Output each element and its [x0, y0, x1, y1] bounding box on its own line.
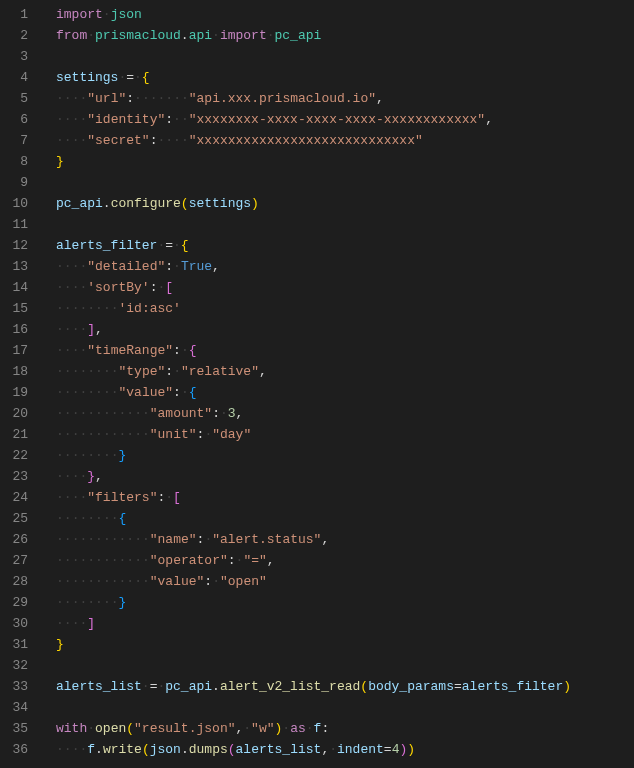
code-line[interactable]: "timeRange":{ [56, 340, 634, 361]
whitespace-dot [111, 511, 119, 526]
whitespace-dot [126, 532, 134, 547]
whitespace-dot [64, 385, 72, 400]
code-line[interactable]: settings={ [56, 67, 634, 88]
token-str: 'id:asc' [119, 301, 181, 316]
whitespace-dot [56, 91, 64, 106]
line-number: 29 [0, 592, 28, 613]
whitespace-dot [87, 385, 95, 400]
whitespace-dot [56, 532, 64, 547]
whitespace-dot [126, 574, 134, 589]
code-line[interactable]: pc_api.configure(settings) [56, 193, 634, 214]
whitespace-dot [64, 91, 72, 106]
line-number: 12 [0, 235, 28, 256]
token-op: : [212, 406, 220, 421]
code-line[interactable]: "identity":"xxxxxxxx-xxxx-xxxx-xxxx-xxxx… [56, 109, 634, 130]
whitespace-dot [64, 301, 72, 316]
code-line[interactable]: ], [56, 319, 634, 340]
code-line[interactable]: withopen("result.json","w")asf: [56, 718, 634, 739]
code-line[interactable]: "detailed":True, [56, 256, 634, 277]
code-line[interactable]: "value":"open" [56, 571, 634, 592]
whitespace-dot [95, 448, 103, 463]
whitespace-dot [142, 406, 150, 421]
code-line[interactable]: f.write(json.dumps(alerts_list,indent=4)… [56, 739, 634, 760]
whitespace-dot [126, 427, 134, 442]
whitespace-dot [111, 574, 119, 589]
whitespace-dot [56, 364, 64, 379]
token-str: "identity" [87, 112, 165, 127]
code-line[interactable]: 'id:asc' [56, 298, 634, 319]
token-str: "day" [212, 427, 251, 442]
code-line[interactable]: alerts_list=pc_api.alert_v2_list_read(bo… [56, 676, 634, 697]
line-number: 21 [0, 424, 28, 445]
whitespace-dot [142, 574, 150, 589]
whitespace-dot [111, 553, 119, 568]
code-line[interactable]: "value":{ [56, 382, 634, 403]
whitespace-dot [87, 301, 95, 316]
token-var: f [87, 742, 95, 757]
code-line[interactable]: alerts_filter={ [56, 235, 634, 256]
code-line[interactable] [56, 697, 634, 718]
code-line[interactable]: } [56, 445, 634, 466]
whitespace-dot [87, 364, 95, 379]
line-number: 8 [0, 151, 28, 172]
whitespace-dot [103, 595, 111, 610]
whitespace-dot [64, 511, 72, 526]
code-line[interactable] [56, 655, 634, 676]
token-op: : [173, 343, 181, 358]
line-number: 10 [0, 193, 28, 214]
token-op: . [95, 742, 103, 757]
token-str: "filters" [87, 490, 157, 505]
code-line[interactable]: } [56, 634, 634, 655]
line-number: 30 [0, 613, 28, 634]
code-line[interactable]: 'sortBy':[ [56, 277, 634, 298]
whitespace-dot [111, 385, 119, 400]
code-line[interactable]: "url":"api.xxx.prismacloud.io", [56, 88, 634, 109]
token-str: "w" [251, 721, 274, 736]
whitespace-dot [64, 343, 72, 358]
code-editor-content[interactable]: importjsonfromprismacloud.apiimportpc_ap… [40, 0, 634, 768]
code-line[interactable] [56, 214, 634, 235]
whitespace-dot [142, 553, 150, 568]
code-line[interactable]: ] [56, 613, 634, 634]
code-line[interactable]: } [56, 592, 634, 613]
token-mod: json [111, 7, 142, 22]
token-op: : [165, 364, 173, 379]
token-var: alerts_list [236, 742, 322, 757]
whitespace-dot [56, 469, 64, 484]
code-line[interactable]: { [56, 508, 634, 529]
code-line[interactable]: "name":"alert.status", [56, 529, 634, 550]
whitespace-dot [56, 259, 64, 274]
whitespace-dot [64, 364, 72, 379]
code-line[interactable]: fromprismacloud.apiimportpc_api [56, 25, 634, 46]
whitespace-dot [95, 301, 103, 316]
code-line[interactable]: "filters":[ [56, 487, 634, 508]
code-line[interactable] [56, 46, 634, 67]
whitespace-dot [64, 406, 72, 421]
token-var: settings [189, 196, 251, 211]
whitespace-dot [56, 742, 64, 757]
token-brace3: } [119, 448, 127, 463]
token-brace2: [ [173, 490, 181, 505]
line-number: 15 [0, 298, 28, 319]
code-line[interactable]: "operator":"=", [56, 550, 634, 571]
whitespace-dot [111, 406, 119, 421]
whitespace-dot [95, 364, 103, 379]
code-line[interactable]: "amount":3, [56, 403, 634, 424]
code-line[interactable]: "type":"relative", [56, 361, 634, 382]
token-brace1: ) [563, 679, 571, 694]
code-line[interactable]: }, [56, 466, 634, 487]
code-line[interactable] [56, 172, 634, 193]
token-const: True [181, 259, 212, 274]
code-line[interactable]: } [56, 151, 634, 172]
whitespace-dot [142, 532, 150, 547]
whitespace-dot [56, 301, 64, 316]
whitespace-dot [95, 406, 103, 421]
code-line[interactable]: "unit":"day" [56, 424, 634, 445]
whitespace-dot [173, 112, 181, 127]
token-str: "amount" [150, 406, 212, 421]
whitespace-dot [56, 616, 64, 631]
code-line[interactable]: "secret":"xxxxxxxxxxxxxxxxxxxxxxxxxxxx" [56, 130, 634, 151]
whitespace-dot [87, 532, 95, 547]
whitespace-dot [165, 91, 173, 106]
code-line[interactable]: importjson [56, 4, 634, 25]
